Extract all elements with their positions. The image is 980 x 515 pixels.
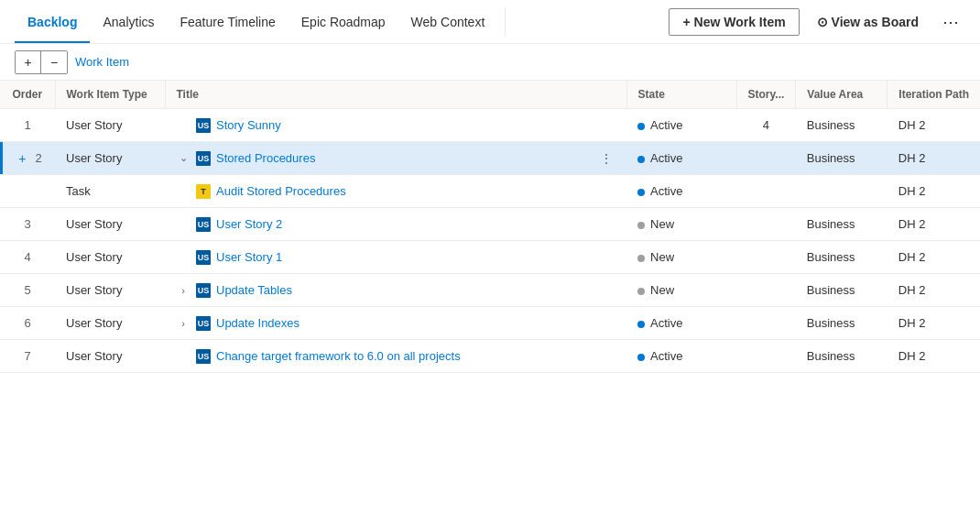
state-dot xyxy=(637,123,645,130)
state-label: New xyxy=(650,283,674,297)
cell-value-area xyxy=(796,175,887,208)
cell-type: User Story xyxy=(55,307,165,340)
expand-all-button[interactable]: + xyxy=(16,51,41,73)
cell-type: User Story xyxy=(55,241,165,274)
cell-type: User Story xyxy=(55,208,165,241)
top-navigation: Backlog Analytics Feature Timeline Epic … xyxy=(0,0,980,44)
title-link[interactable]: Update Indexes xyxy=(216,316,299,330)
cell-iteration-path: DH 2 xyxy=(887,142,980,175)
state-label: New xyxy=(650,217,674,231)
cell-iteration-path: DH 2 xyxy=(887,208,980,241)
state-label: Active xyxy=(650,184,682,198)
table-header-row: Order Work Item Type Title State Story..… xyxy=(0,81,980,109)
nav-item-feature-timeline[interactable]: Feature Timeline xyxy=(168,0,289,43)
expand-button[interactable]: › xyxy=(176,285,191,296)
nav-item-epic-roadmap[interactable]: Epic Roadmap xyxy=(289,0,398,43)
title-link[interactable]: Story Sunny xyxy=(216,118,281,132)
cell-order xyxy=(0,175,55,208)
cell-title: › US Update Tables xyxy=(165,274,626,307)
cell-order: 1 xyxy=(0,109,55,142)
state-label: Active xyxy=(650,118,682,132)
cell-state: Active xyxy=(626,175,736,208)
cell-value-area: Business xyxy=(796,109,887,142)
col-header-type: Work Item Type xyxy=(55,81,165,109)
new-work-item-button[interactable]: + New Work Item xyxy=(669,8,799,36)
expand-button[interactable]: › xyxy=(176,318,191,329)
cell-type: User Story xyxy=(55,340,165,373)
more-options-button[interactable]: ⋯ xyxy=(936,7,965,37)
col-header-title: Title xyxy=(165,81,626,109)
expand-collapse-group: + − xyxy=(15,50,68,74)
cell-order: 4 xyxy=(0,241,55,274)
row-indicator xyxy=(0,142,3,174)
cell-state: Active xyxy=(626,307,736,340)
cell-type: Task xyxy=(55,175,165,208)
title-link[interactable]: User Story 1 xyxy=(216,250,282,264)
cell-type: User Story xyxy=(55,142,165,175)
collapse-all-button[interactable]: − xyxy=(41,51,67,73)
toolbar: + − Work Item xyxy=(0,44,980,81)
breadcrumb: Work Item xyxy=(75,55,129,69)
state-dot xyxy=(637,354,645,361)
cell-story-points xyxy=(736,307,796,340)
cell-iteration-path: DH 2 xyxy=(887,340,980,373)
type-icon: US xyxy=(196,283,211,298)
view-as-board-button[interactable]: ⊙ View as Board xyxy=(803,8,932,36)
cell-type: User Story xyxy=(55,274,165,307)
cell-order: + 2 xyxy=(0,142,55,175)
type-icon: T xyxy=(196,184,211,199)
title-link[interactable]: Stored Procedures xyxy=(216,151,315,165)
col-header-order: Order xyxy=(0,81,55,109)
nav-divider xyxy=(505,7,506,37)
state-dot xyxy=(637,288,645,295)
title-link[interactable]: Change target framework to 6.0 on all pr… xyxy=(216,349,461,363)
cell-order: 5 xyxy=(0,274,55,307)
table-row: + 2 User Story ⌄ US Stored Procedures ⋮ … xyxy=(0,142,980,175)
title-link[interactable]: Audit Stored Procedures xyxy=(216,184,346,198)
expand-button[interactable]: ⌄ xyxy=(176,152,191,164)
cell-title: › US Update Indexes xyxy=(165,307,626,340)
cell-iteration-path: DH 2 xyxy=(887,175,980,208)
cell-title: US Change target framework to 6.0 on all… xyxy=(165,340,626,373)
table-row: 3User Story US User Story 2 NewBusinessD… xyxy=(0,208,980,241)
col-header-story: Story... xyxy=(736,81,796,109)
state-label: Active xyxy=(650,349,682,363)
table-body: 1User Story US Story Sunny Active4Busine… xyxy=(0,109,980,373)
cell-title: T Audit Stored Procedures xyxy=(165,175,626,208)
cell-iteration-path: DH 2 xyxy=(887,241,980,274)
cell-state: New xyxy=(626,208,736,241)
title-link[interactable]: Update Tables xyxy=(216,283,292,297)
cell-type: User Story xyxy=(55,109,165,142)
state-dot xyxy=(637,222,645,229)
cell-value-area: Business xyxy=(796,307,887,340)
table-row: Task T Audit Stored Procedures ActiveDH … xyxy=(0,175,980,208)
nav-item-web-context[interactable]: Web Context xyxy=(398,0,498,43)
col-header-state: State xyxy=(626,81,736,109)
cell-state: Active xyxy=(626,142,736,175)
type-icon: US xyxy=(196,316,211,331)
cell-title: US User Story 2 xyxy=(165,208,626,241)
state-dot xyxy=(637,321,645,328)
nav-actions: + New Work Item ⊙ View as Board ⋯ xyxy=(669,7,965,37)
cell-value-area: Business xyxy=(796,274,887,307)
breadcrumb-work-item[interactable]: Work Item xyxy=(75,55,129,69)
table-row: 7User Story US Change target framework t… xyxy=(0,340,980,373)
cell-value-area: Business xyxy=(796,241,887,274)
cell-title: ⌄ US Stored Procedures ⋮ xyxy=(165,142,626,175)
cell-state: Active xyxy=(626,109,736,142)
cell-title: US User Story 1 xyxy=(165,241,626,274)
state-label: Active xyxy=(650,151,682,165)
state-dot xyxy=(637,156,645,163)
title-link[interactable]: User Story 2 xyxy=(216,217,282,231)
row-context-menu-button[interactable]: ⋮ xyxy=(597,149,615,168)
row-add-button[interactable]: + xyxy=(13,149,31,168)
col-header-iteration: Iteration Path xyxy=(887,81,980,109)
table-row: 5User Story › US Update Tables NewBusine… xyxy=(0,274,980,307)
nav-item-analytics[interactable]: Analytics xyxy=(90,0,167,43)
nav-item-backlog[interactable]: Backlog xyxy=(15,0,90,43)
backlog-table-container: Order Work Item Type Title State Story..… xyxy=(0,81,980,515)
cell-order: 3 xyxy=(0,208,55,241)
cell-story-points xyxy=(736,142,796,175)
table-row: 4User Story US User Story 1 NewBusinessD… xyxy=(0,241,980,274)
cell-title: US Story Sunny xyxy=(165,109,626,142)
